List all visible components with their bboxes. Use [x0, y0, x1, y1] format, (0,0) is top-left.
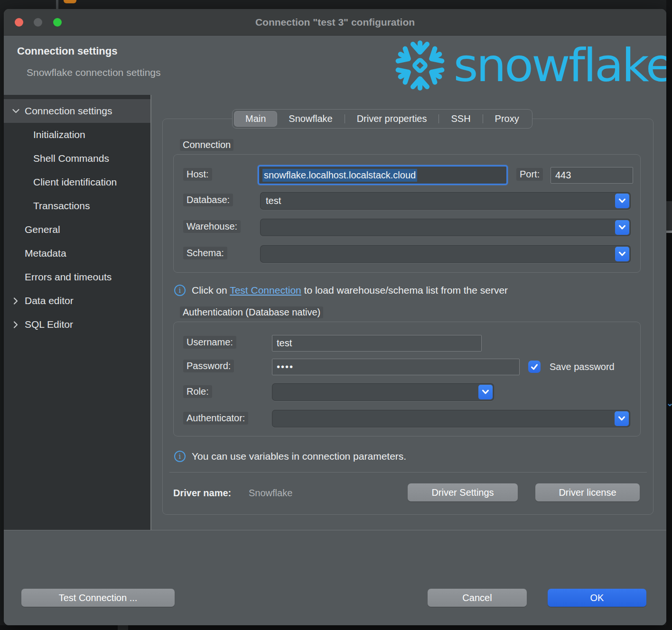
driver-license-button[interactable]: Driver license — [535, 483, 640, 501]
connection-group-label: Connection — [180, 139, 233, 151]
warehouse-combo[interactable] — [260, 219, 631, 236]
sidebar-item-connection-settings[interactable]: Connection settings — [4, 99, 150, 123]
snowflake-logo-icon — [393, 39, 447, 92]
sidebar-item-sql-editor[interactable]: SQL Editor — [4, 313, 150, 336]
info-icon — [174, 285, 186, 296]
save-password-label: Save password — [546, 361, 618, 373]
password-input[interactable]: •••• — [272, 359, 520, 375]
database-dropdown-button[interactable] — [615, 194, 629, 208]
info-text-prefix: Click on — [192, 285, 230, 296]
title-bar: Connection "test 3" configuration — [4, 9, 666, 36]
save-password-checkbox[interactable] — [528, 361, 541, 373]
sidebar-item-metadata[interactable]: Metadata — [4, 241, 150, 265]
sidebar-item-label: General — [25, 224, 60, 235]
snowflake-wordmark: snowflake — [453, 43, 666, 88]
sidebar-item-client-identification[interactable]: Client identification — [4, 170, 150, 194]
header-subtitle: Snowflake connection settings — [27, 67, 161, 78]
settings-panel: Main Snowflake Driver properties SSH Pro… — [151, 95, 666, 530]
password-label: Password: — [183, 360, 234, 372]
info-variables: You can use variables in connection para… — [174, 451, 406, 462]
info-icon — [174, 451, 186, 462]
connection-dialog: Connection "test 3" configuration Connec… — [4, 9, 666, 625]
sidebar-item-general[interactable]: General — [4, 218, 150, 241]
host-input[interactable]: snowflake.localhost.localstack.cloud — [258, 165, 508, 185]
tab-driver-properties[interactable]: Driver properties — [345, 111, 439, 127]
dialog-header: Connection settings Snowflake connection… — [4, 36, 666, 95]
sidebar-item-label: Metadata — [25, 248, 66, 259]
divider — [169, 472, 647, 472]
settings-tree: Connection settings Initialization Shell… — [4, 95, 151, 530]
connection-group: Host: snowflake.localhost.localstack.clo… — [173, 154, 641, 273]
cancel-button[interactable]: Cancel — [428, 589, 527, 607]
username-label: Username: — [183, 336, 236, 349]
info-test-connection: Click on Test Connection to load warehou… — [174, 285, 508, 296]
chevron-right-icon[interactable] — [10, 297, 21, 305]
background-bottom-strip — [0, 625, 672, 630]
port-input[interactable]: 443 — [551, 167, 633, 184]
host-value-selected-text: snowflake.localhost.localstack.cloud — [262, 169, 417, 182]
dialog-body: Connection settings Initialization Shell… — [4, 95, 666, 530]
chevron-down-icon[interactable] — [10, 109, 21, 113]
warehouse-label: Warehouse: — [183, 220, 241, 233]
tab-separator — [439, 114, 439, 123]
test-connection-link[interactable]: Test Connection — [230, 285, 301, 296]
sidebar-item-label: Client identification — [33, 176, 117, 188]
auth-group: Username: test Password: •••• Save passw… — [173, 322, 641, 436]
sidebar-item-shell-commands[interactable]: Shell Commands — [4, 147, 150, 170]
tab-bar: Main Snowflake Driver properties SSH Pro… — [232, 109, 532, 129]
port-label: Port: — [516, 168, 543, 181]
role-dropdown-button[interactable] — [478, 385, 493, 399]
background-bottom-nub — [118, 625, 128, 630]
tab-separator — [483, 114, 483, 123]
schema-dropdown-button[interactable] — [615, 247, 629, 261]
sidebar-item-data-editor[interactable]: Data editor — [4, 289, 150, 313]
sidebar-item-transactions[interactable]: Transactions — [4, 194, 150, 218]
info-text-suffix: to load warehouse/schema list from the s… — [301, 285, 508, 296]
dialog-footer: Test Connection ... Cancel OK — [4, 530, 666, 625]
authenticator-dropdown-button[interactable] — [615, 411, 629, 426]
sidebar-item-initialization[interactable]: Initialization — [4, 123, 150, 147]
driver-settings-button[interactable]: Driver Settings — [408, 483, 518, 501]
username-input[interactable]: test — [272, 335, 482, 352]
role-combo[interactable] — [272, 383, 494, 401]
database-label: Database: — [183, 194, 233, 206]
sidebar-item-label: Errors and timeouts — [25, 271, 112, 283]
sidebar-item-label: Initialization — [33, 129, 85, 140]
background-right-block — [666, 201, 672, 231]
background-app-icon — [64, 0, 76, 3]
test-connection-button[interactable]: Test Connection ... — [21, 589, 175, 607]
sidebar-item-label: SQL Editor — [25, 319, 73, 330]
database-combo[interactable]: test — [260, 192, 631, 210]
tab-main[interactable]: Main — [234, 111, 277, 127]
authenticator-label: Authenticator: — [183, 412, 248, 425]
schema-label: Schema: — [183, 247, 227, 259]
sidebar-item-label: Shell Commands — [33, 153, 109, 164]
driver-name-value: Snowflake — [249, 488, 292, 499]
schema-combo[interactable] — [260, 245, 631, 263]
info-variables-text: You can use variables in connection para… — [192, 451, 406, 462]
minimize-window-button[interactable] — [34, 18, 42, 27]
info-test-connection-text: Click on Test Connection to load warehou… — [192, 285, 508, 296]
database-value: test — [260, 195, 281, 206]
sidebar-item-label: Data editor — [25, 295, 74, 306]
header-title: Connection settings — [17, 45, 117, 57]
tab-ssh[interactable]: SSH — [439, 111, 482, 127]
tab-snowflake[interactable]: Snowflake — [277, 111, 344, 127]
background-right-line — [666, 231, 672, 233]
tab-separator — [345, 114, 345, 123]
sidebar-item-errors-and-timeouts[interactable]: Errors and timeouts — [4, 265, 150, 289]
background-right-strip — [666, 0, 672, 630]
close-window-button[interactable] — [15, 18, 23, 27]
snowflake-brand: snowflake — [393, 37, 666, 94]
sidebar-item-label: Connection settings — [25, 105, 112, 117]
driver-name-label: Driver name: — [173, 488, 231, 499]
role-label: Role: — [183, 385, 212, 398]
sidebar-item-label: Transactions — [33, 200, 90, 212]
authenticator-combo[interactable] — [272, 410, 630, 427]
auth-group-label: Authentication (Database native) — [180, 306, 323, 318]
chevron-right-icon[interactable] — [10, 321, 21, 328]
zoom-window-button[interactable] — [53, 18, 62, 27]
ok-button[interactable]: OK — [548, 589, 646, 607]
warehouse-dropdown-button[interactable] — [615, 220, 629, 235]
tab-proxy[interactable]: Proxy — [484, 111, 531, 127]
